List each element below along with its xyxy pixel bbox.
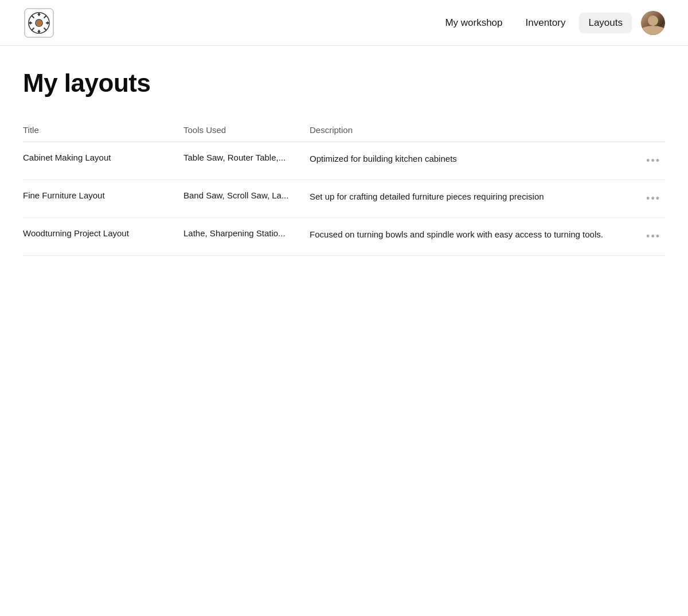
table-row: Cabinet Making Layout Table Saw, Router … [23, 142, 665, 180]
row-2-tools: Lathe, Sharpening Statio... [183, 218, 310, 256]
row-2-more-button[interactable]: ••• [642, 228, 665, 245]
main-content: My layouts Title Tools Used Description … [0, 46, 688, 279]
col-header-description: Description [310, 120, 639, 142]
col-header-actions [639, 120, 665, 142]
row-2-actions: ••• [639, 218, 665, 256]
layouts-table: Title Tools Used Description Cabinet Mak… [23, 120, 665, 256]
row-2-title: Woodturning Project Layout [23, 218, 183, 256]
navbar-left [23, 7, 55, 39]
table-row: Woodturning Project Layout Lathe, Sharpe… [23, 218, 665, 256]
row-0-actions: ••• [639, 142, 665, 180]
row-1-more-button[interactable]: ••• [642, 190, 665, 207]
row-0-title: Cabinet Making Layout [23, 142, 183, 180]
row-1-title: Fine Furniture Layout [23, 180, 183, 218]
col-header-tools: Tools Used [183, 120, 310, 142]
logo-icon[interactable] [23, 7, 55, 39]
row-1-tools: Band Saw, Scroll Saw, La... [183, 180, 310, 218]
avatar[interactable] [641, 11, 665, 35]
row-1-description: Set up for crafting detailed furniture p… [310, 180, 639, 218]
avatar-image [641, 11, 665, 35]
row-0-description: Optimized for building kitchen cabinets [310, 142, 639, 180]
row-0-more-button[interactable]: ••• [642, 153, 665, 169]
table-row: Fine Furniture Layout Band Saw, Scroll S… [23, 180, 665, 218]
navbar-right: My workshop Inventory Layouts [436, 11, 665, 35]
table-header-row: Title Tools Used Description [23, 120, 665, 142]
row-1-actions: ••• [639, 180, 665, 218]
nav-my-workshop[interactable]: My workshop [436, 13, 511, 33]
row-0-tools: Table Saw, Router Table,... [183, 142, 310, 180]
page-title: My layouts [23, 69, 665, 98]
navbar: My workshop Inventory Layouts [0, 0, 688, 46]
col-header-title: Title [23, 120, 183, 142]
nav-inventory[interactable]: Inventory [517, 13, 575, 33]
row-2-description: Focused on turning bowls and spindle wor… [310, 218, 639, 256]
svg-point-15 [36, 20, 42, 26]
nav-layouts[interactable]: Layouts [579, 13, 632, 33]
